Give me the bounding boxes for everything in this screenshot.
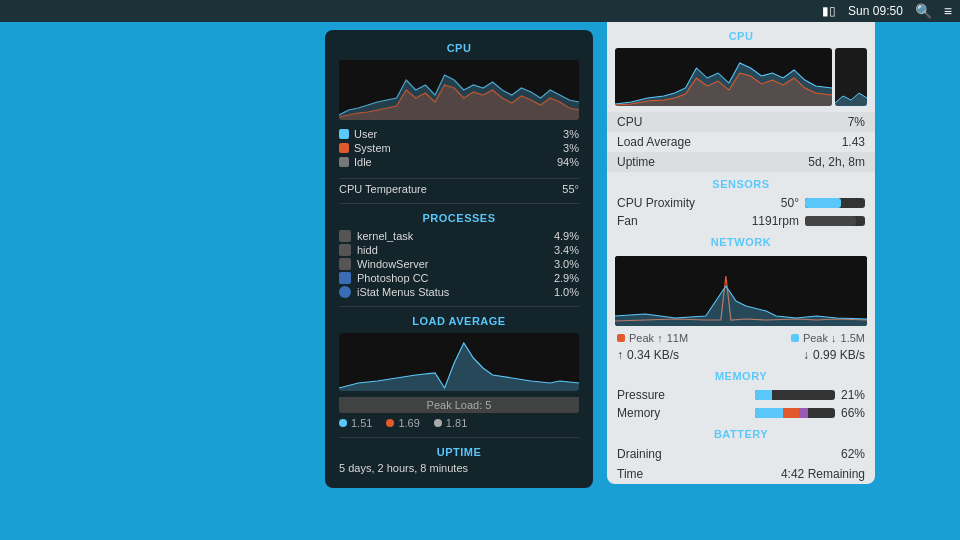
process-name-windowserver: WindowServer <box>357 258 554 270</box>
idle-legend-dot <box>339 157 349 167</box>
load-graph <box>339 333 579 391</box>
process-row: hidd 3.4% <box>339 244 579 256</box>
system-legend-value: 3% <box>563 142 579 154</box>
process-name-istat: iStat Menus Status <box>357 286 554 298</box>
processes-title: PROCESSES <box>339 203 579 224</box>
battery-indicator: ▮▯ <box>822 4 836 18</box>
rp-sensors-title: SENSORS <box>607 172 875 194</box>
rp-net-speed-row: ↑ 0.34 KB/s ↓ 0.99 KB/s <box>607 346 875 364</box>
idle-legend-label: Idle <box>354 156 372 168</box>
process-val-istat: 1.0% <box>554 286 579 298</box>
user-legend-label: User <box>354 128 377 140</box>
rp-time-row: Time 4:42 Remaining <box>607 464 875 484</box>
idle-legend-value: 94% <box>557 156 579 168</box>
rp-cpu-label: CPU <box>617 115 848 129</box>
rp-memory-label: Memory <box>617 406 755 420</box>
right-panel: CPU CPU 7% Load Average 1.43 Uptime 5d, … <box>607 22 875 484</box>
rp-memory-title: MEMORY <box>607 364 875 386</box>
net-peak-up-dot <box>617 334 625 342</box>
menu-bar: ▮▯ Sun 09:50 🔍 ≡ <box>0 0 960 22</box>
process-val-photoshop: 2.9% <box>554 272 579 284</box>
load-val-3: 1.81 <box>446 417 467 429</box>
rp-cpu-title: CPU <box>607 22 875 48</box>
widget-panel: CPU User 3% System 3% <box>325 30 593 488</box>
rp-cpu-percent-row: CPU 7% <box>607 112 875 132</box>
load-dot-2 <box>386 419 394 427</box>
rp-cpu-prox-row: CPU Proximity 50° <box>607 194 875 212</box>
svg-marker-2 <box>339 343 579 391</box>
rp-net-legend: Peak ↑ 11M Peak ↓ 1.5M <box>607 330 875 346</box>
process-val-hidd: 3.4% <box>554 244 579 256</box>
system-legend-dot <box>339 143 349 153</box>
cpu-graph <box>339 60 579 120</box>
rp-pressure-value: 21% <box>841 388 865 402</box>
process-row: WindowServer 3.0% <box>339 258 579 270</box>
battery-icon: ▮▯ <box>822 4 836 18</box>
process-icon-hidd <box>339 244 351 256</box>
rp-cpu-prox-bar <box>805 198 865 208</box>
rp-fan-bar <box>805 216 865 226</box>
process-icon-photoshop <box>339 272 351 284</box>
rp-uptime-label: Uptime <box>617 155 808 169</box>
rp-uptime-row: Uptime 5d, 2h, 8m <box>607 152 875 172</box>
rp-pressure-row: Pressure 21% <box>607 386 875 404</box>
clock: Sun 09:50 <box>848 4 903 18</box>
process-icon-kernel <box>339 230 351 242</box>
uptime-text: 5 days, 2 hours, 8 minutes <box>339 462 579 474</box>
rp-pressure-label: Pressure <box>617 388 755 402</box>
uptime-title: UPTIME <box>339 437 579 458</box>
peak-load-bar: Peak Load: 5 <box>339 397 579 413</box>
rp-draining-value: 62% <box>841 447 865 461</box>
process-name-photoshop: Photoshop CC <box>357 272 554 284</box>
rp-memory-value: 66% <box>841 406 865 420</box>
rp-memory-bar <box>755 408 835 418</box>
process-row: iStat Menus Status 1.0% <box>339 286 579 298</box>
rp-cpu-graph-main <box>615 48 832 106</box>
load-val-2: 1.69 <box>398 417 419 429</box>
net-peak-label: Peak ↑ <box>629 332 663 344</box>
net-up-arrow: ↑ <box>617 348 623 362</box>
rp-uptime-value: 5d, 2h, 8m <box>808 155 865 169</box>
process-val-windowserver: 3.0% <box>554 258 579 270</box>
net-peak-down-label: Peak ↓ <box>803 332 837 344</box>
rp-net-graph <box>615 256 867 326</box>
rp-fan-row: Fan 1191rpm <box>607 212 875 230</box>
rp-load-avg-value: 1.43 <box>842 135 865 149</box>
cpu-legend: User 3% System 3% Idle 94% <box>339 128 579 168</box>
load-avg-title: LOAD AVERAGE <box>339 306 579 327</box>
search-icon[interactable]: 🔍 <box>915 3 932 19</box>
process-icon-istat <box>339 286 351 298</box>
rp-draining-label: Draining <box>617 447 841 461</box>
rp-cpu-graph-small <box>835 48 867 106</box>
rp-graph-row <box>607 48 875 112</box>
process-row: kernel_task 4.9% <box>339 230 579 242</box>
user-legend-dot <box>339 129 349 139</box>
user-legend-value: 3% <box>563 128 579 140</box>
net-peak-down-val: 1.5M <box>841 332 865 344</box>
process-row: Photoshop CC 2.9% <box>339 272 579 284</box>
rp-time-label: Time <box>617 467 781 481</box>
rp-time-value: 4:42 Remaining <box>781 467 865 481</box>
system-legend-label: System <box>354 142 391 154</box>
rp-pressure-bar <box>755 390 835 400</box>
processes-list: kernel_task 4.9% hidd 3.4% WindowServer … <box>339 230 579 298</box>
rp-network-title: NETWORK <box>607 230 875 252</box>
process-val-kernel: 4.9% <box>554 230 579 242</box>
rp-cpu-prox-label: CPU Proximity <box>617 196 781 210</box>
process-name-hidd: hidd <box>357 244 554 256</box>
rp-load-avg-label: Load Average <box>617 135 842 149</box>
rp-cpu-prox-value: 50° <box>781 196 799 210</box>
load-dot-1 <box>339 419 347 427</box>
rp-load-avg-row: Load Average 1.43 <box>607 132 875 152</box>
net-down-arrow: ↓ <box>803 348 809 362</box>
load-legend: 1.51 1.69 1.81 <box>339 417 579 429</box>
menu-icon[interactable]: ≡ <box>944 3 952 19</box>
rp-fan-label: Fan <box>617 214 752 228</box>
net-up-speed: 0.34 KB/s <box>627 348 679 362</box>
cpu-temp-label: CPU Temperature <box>339 183 427 195</box>
cpu-temp-value: 55° <box>562 183 579 195</box>
rp-cpu-value: 7% <box>848 115 865 129</box>
rp-fan-value: 1191rpm <box>752 214 799 228</box>
net-peak-up-val: 11M <box>667 332 688 344</box>
process-name-kernel: kernel_task <box>357 230 554 242</box>
